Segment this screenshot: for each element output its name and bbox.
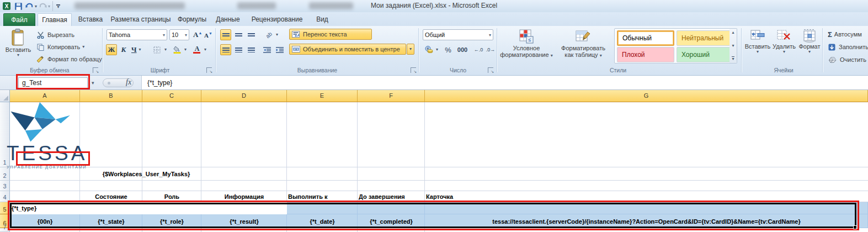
font-size-select[interactable]: 10▾ — [169, 29, 189, 40]
cell-g4-header[interactable]: Карточка — [426, 191, 592, 202]
format-cells-button[interactable]: Формат ▾ — [798, 29, 821, 54]
cut-button[interactable]: Вырезать — [34, 29, 76, 40]
accounting-dropdown-arrow[interactable]: ▾ — [436, 48, 438, 52]
name-box-dropdown-arrow[interactable]: ▾ — [92, 80, 94, 86]
italic-button[interactable]: К — [119, 44, 129, 55]
cell-c6[interactable]: {*t_role} — [142, 214, 201, 228]
conditional-formatting-button[interactable]: ≤ Условное форматирование ▾ — [500, 28, 553, 58]
font-color-dropdown-arrow[interactable]: ▾ — [204, 48, 206, 52]
clipboard-dialog-launcher[interactable]: ↘ — [93, 67, 98, 73]
copy-button[interactable]: Копировать ▾ — [34, 41, 86, 52]
delete-cells-dropdown-arrow[interactable]: ▾ — [783, 50, 785, 54]
delete-cells-button[interactable]: Удалить ▾ — [771, 29, 797, 54]
row-header-3[interactable]: 3 — [0, 181, 10, 191]
decrease-decimal-button[interactable]: .0→ — [484, 44, 497, 55]
insert-cells-dropdown-arrow[interactable]: ▾ — [757, 50, 759, 54]
fill-color-button[interactable]: ▾ — [171, 44, 188, 55]
style-gallery-scroll[interactable]: ▴ ▾ ▾ — [729, 28, 737, 64]
number-format-select[interactable]: Общий▾ — [423, 29, 493, 40]
cell-g6-card-link[interactable]: tessa://tessaclient.{serverCode}/{instan… — [425, 214, 868, 228]
tab-review[interactable]: Рецензирование — [246, 13, 308, 26]
cell-a6[interactable]: {00n} — [10, 214, 80, 228]
underline-button[interactable]: Ч ▾ — [130, 44, 145, 55]
tab-formulas[interactable]: Формулы — [174, 13, 210, 26]
style-bad[interactable]: Плохой — [617, 47, 674, 62]
increase-indent-button[interactable] — [274, 44, 285, 55]
underline-dropdown-arrow[interactable]: ▾ — [139, 48, 141, 52]
fill-button[interactable]: Заполнить — [827, 41, 868, 52]
style-good[interactable]: Хороший — [677, 47, 734, 62]
tab-insert[interactable]: Вставка — [74, 13, 107, 26]
alignment-dialog-launcher[interactable]: ↘ — [411, 67, 416, 73]
column-header-b[interactable]: B — [80, 90, 142, 102]
merge-center-button[interactable]: a Объединить и поместить в центре — [289, 44, 406, 55]
comma-style-button[interactable]: 000 — [455, 44, 470, 55]
tab-home[interactable]: Главная — [38, 13, 72, 26]
decrease-indent-button[interactable] — [262, 44, 273, 55]
tab-view[interactable]: Вид — [310, 13, 334, 26]
number-dialog-launcher[interactable]: ↘ — [488, 67, 493, 73]
align-bottom-button[interactable] — [246, 29, 257, 40]
borders-dropdown-arrow[interactable]: ▾ — [164, 48, 167, 52]
fx-icon[interactable]: fx — [126, 78, 131, 87]
tab-page-layout[interactable]: Разметка страницы — [109, 13, 172, 26]
format-painter-button[interactable]: Формат по образцу — [34, 54, 103, 65]
formula-input[interactable]: {*t_type} — [141, 76, 868, 89]
borders-button[interactable]: ▾ — [151, 44, 168, 55]
clear-button[interactable]: Очистить — [827, 54, 868, 65]
paste-button[interactable]: Вставить ▾ — [4, 29, 32, 57]
font-family-select[interactable]: Tahoma▾ — [106, 29, 167, 40]
column-header-g[interactable]: G — [425, 90, 868, 102]
tab-file[interactable]: Файл — [3, 13, 35, 26]
row-header-4[interactable]: 4 — [0, 191, 10, 202]
style-neutral[interactable]: Нейтральный — [677, 30, 734, 46]
align-left-button[interactable] — [220, 44, 231, 55]
bold-button[interactable]: Ж — [106, 44, 117, 55]
tab-data[interactable]: Данные — [212, 13, 244, 26]
orientation-button[interactable]: ab ▾ — [263, 29, 280, 40]
accounting-format-button[interactable]: ₽ ▾ — [423, 44, 440, 55]
cell-a5-type-tag[interactable]: {*t_type} — [10, 202, 287, 214]
name-box[interactable]: g_Test — [18, 77, 88, 88]
cell-b2-workplace-tag[interactable]: {$Workplaces_User_MyTasks} — [80, 167, 212, 181]
font-color-button[interactable]: А ▾ — [191, 44, 207, 55]
cell-e4-header[interactable]: Выполнить к — [288, 191, 358, 202]
column-header-d[interactable]: D — [201, 90, 287, 102]
format-as-table-button[interactable]: Форматировать как таблицу ▾ — [554, 28, 613, 58]
cell-f6[interactable]: {*t_completed} — [358, 214, 425, 228]
row-header-5[interactable]: 5 — [0, 202, 10, 214]
align-top-button[interactable] — [220, 29, 231, 40]
align-center-button[interactable] — [233, 44, 244, 55]
cell-b6[interactable]: {*t_state} — [80, 214, 142, 228]
align-right-button[interactable] — [246, 44, 257, 55]
column-header-c[interactable]: C — [142, 90, 201, 102]
fill-handle[interactable] — [853, 225, 857, 229]
select-all-corner[interactable] — [0, 90, 10, 102]
percent-button[interactable]: % — [443, 44, 454, 55]
cell-b4-header[interactable]: Состояние — [80, 191, 142, 202]
merge-center-dropdown[interactable]: ▾ — [407, 44, 414, 55]
format-cells-dropdown-arrow[interactable]: ▾ — [808, 50, 811, 54]
paste-dropdown-arrow[interactable]: ▾ — [17, 53, 19, 57]
row-header-7[interactable]: 7 — [0, 228, 10, 232]
column-header-f[interactable]: F — [358, 90, 425, 102]
insert-cells-button[interactable]: Вставить ▾ — [745, 29, 770, 54]
cell-f4-header[interactable]: До завершения — [359, 191, 425, 202]
font-dialog-launcher[interactable]: ↘ — [206, 67, 212, 73]
column-header-a[interactable]: A — [10, 90, 80, 102]
fill-color-dropdown-arrow[interactable]: ▾ — [184, 48, 187, 52]
shrink-font-button[interactable]: А▼ — [203, 29, 213, 40]
copy-dropdown-arrow[interactable]: ▾ — [82, 45, 84, 49]
cell-e6[interactable]: {*t_date} — [287, 214, 358, 228]
cell-e5[interactable] — [287, 202, 358, 214]
cell-d4-header[interactable]: Информация — [201, 191, 287, 202]
align-middle-button[interactable] — [233, 29, 244, 40]
grow-font-button[interactable]: А▲ — [192, 29, 202, 40]
orientation-dropdown-arrow[interactable]: ▾ — [276, 33, 278, 37]
cell-f5[interactable] — [358, 202, 425, 214]
column-header-e[interactable]: E — [287, 90, 358, 102]
cell-c4-header[interactable]: Роль — [142, 191, 201, 202]
style-normal[interactable]: Обычный — [617, 30, 674, 46]
wrap-text-button[interactable]: Перенос текста — [289, 29, 372, 40]
cell-g5[interactable] — [425, 202, 868, 214]
